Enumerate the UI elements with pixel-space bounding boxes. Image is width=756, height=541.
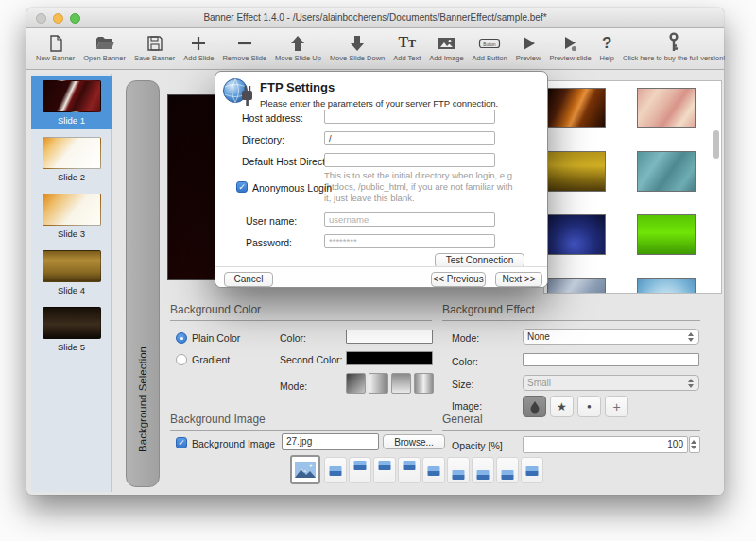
background-thumbnail-stars[interactable] <box>547 214 606 255</box>
scrollbar-thumb[interactable] <box>713 130 719 159</box>
question-mark-icon: ? <box>602 31 611 53</box>
floppy-disk-icon <box>146 31 164 53</box>
plain-color-label: Plain Color <box>192 332 240 344</box>
section-title: Background Effect <box>442 303 700 321</box>
slide-item-4[interactable]: Slide 4 <box>31 246 112 299</box>
gallery-scrollbar[interactable] <box>713 82 720 292</box>
button-shape-icon: Button <box>478 31 501 53</box>
minus-icon <box>235 31 254 53</box>
toolbar-label: Open Banner <box>83 54 126 62</box>
toolbar: New Banner Open Banner Save Banner Add S… <box>26 28 724 70</box>
save-banner-button[interactable]: Save Banner <box>134 31 175 62</box>
ftp-settings-dialog: FTP Settings Please enter the parameters… <box>215 71 548 288</box>
username-input[interactable]: username <box>324 212 495 227</box>
background-thumbnail-scales[interactable] <box>547 278 606 294</box>
gradient-radio[interactable] <box>176 354 187 365</box>
window-title: Banner Effect 1.4.0 - /Users/alainbocher… <box>26 8 724 27</box>
slide-item-5[interactable]: Slide 5 <box>31 303 112 356</box>
preview-slide-button[interactable]: Preview slide <box>549 31 591 62</box>
image-strip-item[interactable] <box>349 457 371 483</box>
svg-text:Button: Button <box>484 42 497 47</box>
gradient-mode-2[interactable] <box>369 373 388 394</box>
slide-thumbnail <box>43 307 101 339</box>
arrow-up-icon <box>289 31 306 53</box>
image-strip-item[interactable] <box>324 457 347 483</box>
directory-input[interactable]: / <box>324 131 495 145</box>
help-button[interactable]: ? Help <box>600 31 614 62</box>
password-input[interactable]: ******** <box>324 234 495 248</box>
open-banner-button[interactable]: Open Banner <box>83 31 126 62</box>
background-image-filename-input[interactable]: 27.jpg <box>282 433 379 450</box>
minimize-button[interactable] <box>53 13 63 24</box>
gradient-mode-3[interactable] <box>391 373 411 394</box>
opacity-input[interactable]: 100 <box>523 436 688 453</box>
background-thumbnail-green[interactable] <box>637 214 696 255</box>
background-image-checkbox[interactable]: ✓ <box>176 437 187 448</box>
second-color-swatch[interactable] <box>346 351 433 365</box>
opacity-value: 100 <box>667 439 683 449</box>
effect-mode-select[interactable]: None <box>523 329 699 345</box>
image-strip-item[interactable] <box>373 457 396 483</box>
section-background-effect: Background Effect Mode: None Color: Size… <box>442 303 700 428</box>
toolbar-label: Add Slide <box>183 54 214 62</box>
slide-label: Slide 4 <box>31 285 112 296</box>
toolbar-label: Move Slide Up <box>275 54 321 62</box>
zoom-button[interactable] <box>70 13 80 24</box>
key-icon <box>667 31 680 53</box>
move-slide-down-button[interactable]: Move Slide Down <box>330 31 385 62</box>
gradient-mode-1[interactable] <box>346 373 366 394</box>
browse-button[interactable]: Browse... <box>383 434 445 449</box>
toolbar-label: Save Banner <box>134 54 175 62</box>
cancel-button[interactable]: Cancel <box>224 272 273 287</box>
section-title: Background Color <box>170 303 432 321</box>
slide-item-2[interactable]: Slide 2 <box>31 133 112 186</box>
toolbar-label: Add Text <box>393 54 421 62</box>
add-image-button[interactable]: Add Image <box>429 31 463 62</box>
drop-icon <box>529 400 541 414</box>
anonymous-login-checkbox[interactable]: ✓ <box>236 181 248 193</box>
opacity-stepper[interactable] <box>689 436 700 453</box>
buy-full-version-button[interactable]: Click here to buy the full version! <box>623 31 725 62</box>
slide-item-1[interactable]: Slide 1 <box>31 76 112 129</box>
toolbar-label: Move Slide Down <box>330 54 385 62</box>
section-background-color: Background Color Plain Color Gradient Co… <box>170 303 432 409</box>
new-banner-button[interactable]: New Banner <box>36 31 75 62</box>
image-strip-item-selected[interactable] <box>290 455 320 484</box>
color-swatch[interactable] <box>346 330 433 344</box>
color-label: Color: <box>280 332 306 344</box>
add-button-button[interactable]: Button Add Button <box>472 31 507 62</box>
effect-size-select[interactable]: Small <box>523 375 699 391</box>
tab-background-selection[interactable]: Background Selection <box>126 80 160 487</box>
second-color-label: Second Color: <box>280 354 343 365</box>
effect-image-label: Image: <box>452 400 482 412</box>
effect-color-swatch[interactable] <box>523 353 699 366</box>
host-address-input[interactable] <box>324 110 495 124</box>
remove-slide-button[interactable]: Remove Slide <box>222 31 266 62</box>
preview-button[interactable]: Preview <box>516 31 541 62</box>
username-label: User name: <box>246 194 297 227</box>
plain-color-radio[interactable] <box>176 332 187 344</box>
default-host-directory-input[interactable] <box>324 153 495 167</box>
next-button[interactable]: Next >> <box>495 272 542 287</box>
background-thumbnail-teal[interactable] <box>637 151 696 192</box>
dialog-title: FTP Settings <box>260 80 335 94</box>
background-thumbnail-grass[interactable] <box>547 151 606 192</box>
titlebar[interactable]: Banner Effect 1.4.0 - /Users/alainbocher… <box>26 8 724 28</box>
chevron-up-down-icon <box>686 330 696 344</box>
background-thumbnail-sky[interactable] <box>637 278 696 294</box>
image-strip-item[interactable] <box>398 457 421 483</box>
background-thumbnail-fire[interactable] <box>547 88 606 128</box>
add-text-button[interactable]: TT Add Text <box>393 31 421 62</box>
close-button[interactable] <box>36 13 46 24</box>
background-thumbnail-pink[interactable] <box>637 88 696 128</box>
move-slide-up-button[interactable]: Move Slide Up <box>275 31 321 62</box>
open-folder-icon <box>94 31 115 53</box>
landscape-icon <box>428 466 440 476</box>
landscape-icon <box>330 466 342 476</box>
add-slide-button[interactable]: Add Slide <box>183 31 214 62</box>
gradient-mode-4[interactable] <box>414 373 434 394</box>
anonymous-login-label: Anonymous Login <box>252 182 332 194</box>
picture-icon <box>437 31 456 53</box>
slide-item-3[interactable]: Slide 3 <box>31 190 112 243</box>
previous-button[interactable]: << Previous <box>431 272 486 287</box>
